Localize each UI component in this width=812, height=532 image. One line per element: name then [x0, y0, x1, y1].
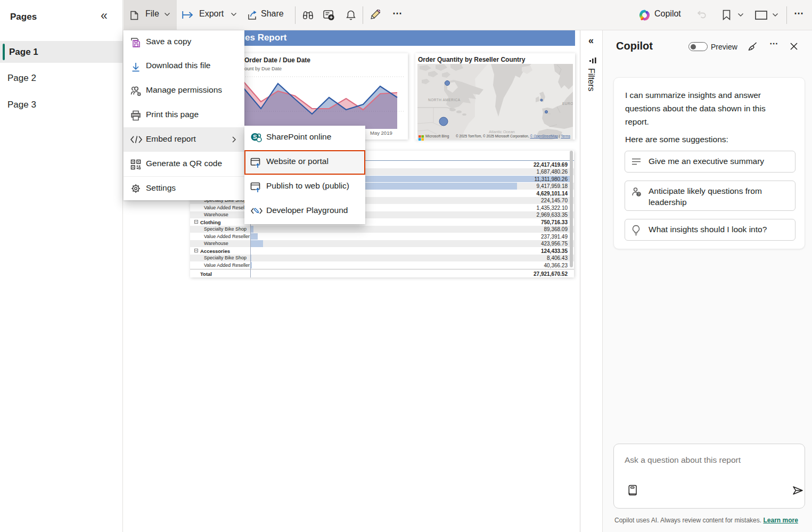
svg-text:Atlantic Ocean: Atlantic Ocean: [489, 129, 515, 134]
svg-text:NORTH AMERICA: NORTH AMERICA: [428, 98, 461, 102]
svg-text:EUROP: EUROP: [562, 102, 573, 105]
svg-text:?: ?: [638, 192, 640, 196]
